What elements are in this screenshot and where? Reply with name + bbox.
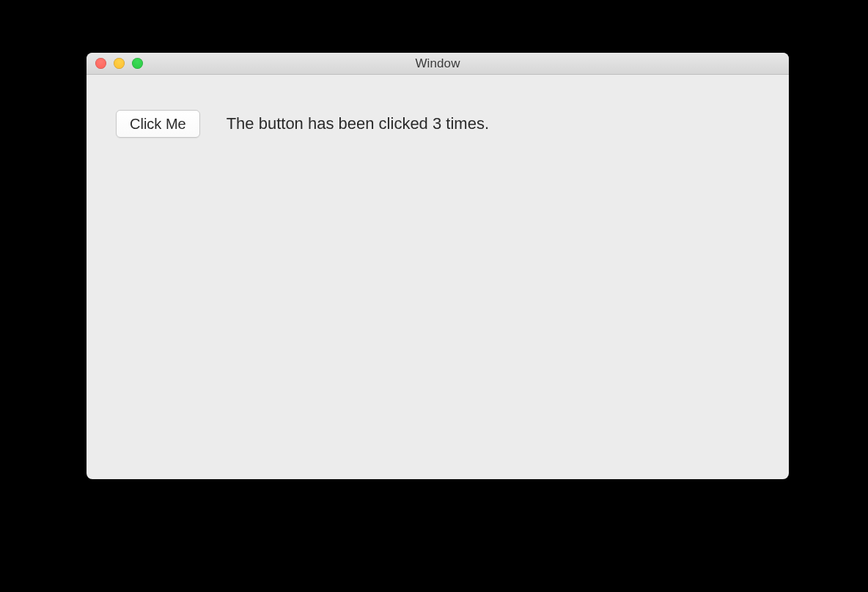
click-me-button[interactable]: Click Me — [116, 110, 200, 138]
close-icon[interactable] — [95, 58, 106, 69]
window-title: Window — [87, 56, 789, 71]
status-label: The button has been clicked 3 times. — [227, 114, 489, 133]
zoom-icon[interactable] — [132, 58, 143, 69]
minimize-icon[interactable] — [114, 58, 125, 69]
app-window: Window Click Me The button has been clic… — [87, 53, 789, 479]
content-area: Click Me The button has been clicked 3 t… — [87, 75, 789, 173]
titlebar[interactable]: Window — [87, 53, 789, 75]
traffic-lights — [87, 53, 143, 74]
